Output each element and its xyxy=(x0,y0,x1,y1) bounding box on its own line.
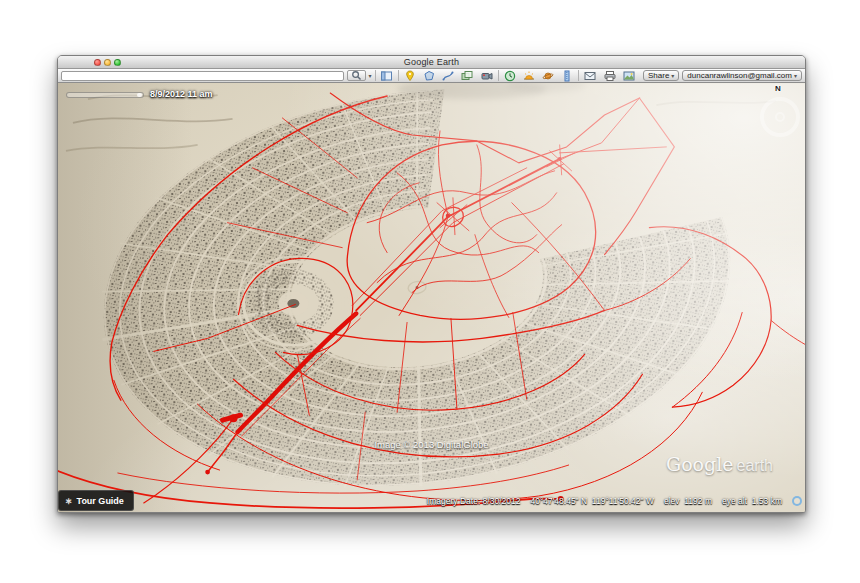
save-image-icon xyxy=(623,70,635,82)
streaming-progress-icon xyxy=(792,496,802,506)
record-tour-button[interactable] xyxy=(478,70,494,82)
save-image-button[interactable] xyxy=(621,70,637,82)
email-icon xyxy=(584,70,596,82)
imagery-date-overlay: 8/9/2012 11 am xyxy=(150,89,213,99)
traffic-lights xyxy=(94,56,121,68)
status-coordinates: 40°47'48.45" N 119°11'50.42" W xyxy=(530,496,654,506)
chevron-down-icon: ▾ xyxy=(671,73,674,79)
toggle-sidebar-button[interactable] xyxy=(378,70,394,82)
watermark-google: Google xyxy=(666,453,734,475)
email-button[interactable] xyxy=(582,70,598,82)
record-tour-icon xyxy=(481,70,493,82)
status-elevation: elev 1192 m xyxy=(664,496,712,506)
chevron-down-icon: ▾ xyxy=(794,73,797,79)
status-bar: Imagery Date: 8/30/2012 40°47'48.45" N 1… xyxy=(427,496,802,506)
path-icon xyxy=(442,70,454,82)
tour-guide-label: Tour Guide xyxy=(77,496,124,506)
ruler-icon xyxy=(561,70,573,82)
google-earth-watermark: Googleearth xyxy=(666,453,773,475)
map-viewport: 8/9/2012 11 am N Image © 2013 DigitalGlo… xyxy=(58,83,805,513)
toolbar-divider xyxy=(398,70,399,81)
print-button[interactable] xyxy=(602,70,618,82)
placemark-icon xyxy=(404,70,416,82)
title-bar[interactable]: Google Earth xyxy=(58,56,805,69)
time-slider-knob[interactable] xyxy=(137,93,142,97)
status-imagery-date: Imagery Date: 8/30/2012 xyxy=(427,496,521,506)
toolbar-divider xyxy=(498,70,499,81)
search-options-caret[interactable]: ▾ xyxy=(369,73,372,79)
tour-guide-icon: ∗ xyxy=(65,496,73,506)
image-overlay-icon xyxy=(461,70,473,82)
navigation-joystick[interactable] xyxy=(775,112,785,122)
share-button[interactable]: Share ▾ xyxy=(643,70,679,81)
clock-icon xyxy=(504,70,516,82)
account-button[interactable]: duncanrawlinson@gmail.com ▾ xyxy=(682,70,802,81)
window-title: Google Earth xyxy=(404,57,459,67)
print-icon xyxy=(604,70,616,82)
add-image-overlay-button[interactable] xyxy=(459,70,475,82)
polygon-icon xyxy=(423,70,435,82)
sunlight-icon xyxy=(523,70,535,82)
add-polygon-button[interactable] xyxy=(421,70,437,82)
search-icon xyxy=(351,70,362,81)
account-label: duncanrawlinson@gmail.com xyxy=(687,71,792,80)
view-in-space-button[interactable] xyxy=(540,70,556,82)
toolbar: ▾ xyxy=(58,69,805,83)
watermark-earth: earth xyxy=(737,457,773,474)
toolbar-divider xyxy=(375,70,376,81)
status-eye-altitude: eye alt 1.53 km xyxy=(722,496,782,506)
close-button[interactable] xyxy=(94,59,101,66)
add-path-button[interactable] xyxy=(440,70,456,82)
minimize-button[interactable] xyxy=(104,59,111,66)
google-earth-window: Google Earth ▾ xyxy=(57,55,806,513)
tour-guide-button[interactable]: ∗ Tour Guide xyxy=(58,490,134,511)
zoom-button[interactable] xyxy=(114,59,121,66)
time-slider[interactable] xyxy=(66,92,144,98)
search-input[interactable] xyxy=(61,71,344,81)
compass-north-label: N xyxy=(775,84,781,93)
search-button[interactable] xyxy=(347,70,366,81)
sidebar-icon xyxy=(380,70,393,82)
ruler-button[interactable] xyxy=(559,70,575,82)
imagery-copyright: Image © 2013 DigitalGlobe xyxy=(58,439,805,450)
navigation-control[interactable] xyxy=(760,97,800,137)
share-label: Share xyxy=(648,71,669,80)
historical-imagery-button[interactable] xyxy=(502,70,518,82)
toolbar-divider xyxy=(578,70,579,81)
planet-icon xyxy=(542,70,554,82)
add-placemark-button[interactable] xyxy=(402,70,418,82)
sunlight-button[interactable] xyxy=(521,70,537,82)
